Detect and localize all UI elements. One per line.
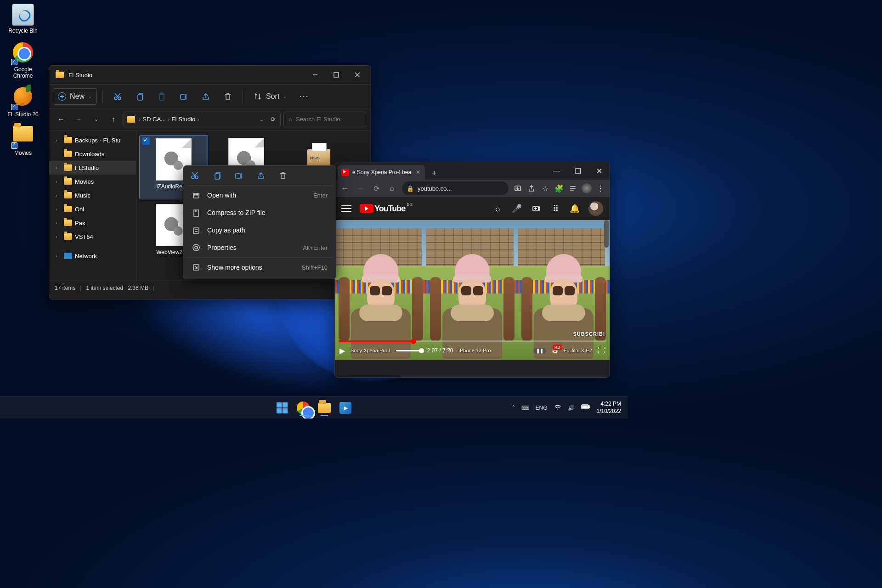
cut-button[interactable] xyxy=(190,170,200,181)
search-icon[interactable]: ⌕ xyxy=(492,203,503,214)
refresh-button[interactable]: ⟳ xyxy=(269,116,277,123)
tab-bar[interactable]: e Sony Xperia Pro-I bea ✕ + — ☐ ✕ xyxy=(335,162,610,180)
tree-item[interactable]: ›Backups - FL Stu xyxy=(49,133,136,147)
share-icon xyxy=(201,92,210,101)
tree-item[interactable]: ›Movies xyxy=(49,175,136,188)
menu-button[interactable]: ⋮ xyxy=(594,182,607,195)
recent-button[interactable]: ⌄ xyxy=(89,112,103,127)
avatar[interactable] xyxy=(588,201,603,216)
bookmark-button[interactable]: ☆ xyxy=(539,182,552,195)
up-button[interactable]: ↑ xyxy=(106,112,121,127)
close-button[interactable]: ✕ xyxy=(588,162,610,180)
taskbar: ▶ ˄ ⌨ ENG 🔊 4:22 PM 1/10/2022 xyxy=(0,396,628,418)
breadcrumb[interactable]: SD CA... xyxy=(142,116,166,123)
flstudio-icon xyxy=(12,87,34,109)
tray-overflow-button[interactable]: ˄ xyxy=(512,405,515,411)
share-button[interactable] xyxy=(525,182,538,195)
close-button[interactable] xyxy=(347,66,368,84)
minimize-button[interactable] xyxy=(305,66,326,84)
clock[interactable]: 4:22 PM 1/10/2022 xyxy=(597,401,621,415)
sort-button[interactable]: Sort ⌄ xyxy=(249,88,291,105)
taskbar-chrome[interactable] xyxy=(294,399,312,417)
chevron-down-icon[interactable]: ⌄ xyxy=(256,116,267,123)
settings-button[interactable]: ⚙HD xyxy=(552,346,558,355)
profile-button[interactable] xyxy=(580,182,593,195)
chrome-window: e Sony Xperia Pro-I bea ✕ + — ☐ ✕ ← → ⟳ … xyxy=(334,162,610,378)
menu-item-properties[interactable]: Properties Alt+Enter xyxy=(186,239,333,256)
rename-button[interactable] xyxy=(175,88,193,105)
autoplay-toggle[interactable]: ❚❚ xyxy=(533,348,546,354)
tree-item-network[interactable]: ›Network xyxy=(49,249,136,263)
wifi-icon[interactable] xyxy=(554,403,561,412)
browser-tab[interactable]: e Sony Xperia Pro-I bea ✕ xyxy=(338,165,425,180)
share-button[interactable] xyxy=(256,170,266,181)
create-icon[interactable] xyxy=(531,203,542,214)
desktop-icon-recycle-bin[interactable]: Recycle Bin xyxy=(5,4,41,34)
menu-item-copy-path[interactable]: Copy as path xyxy=(186,221,333,239)
tab-close-button[interactable]: ✕ xyxy=(415,169,421,175)
volume-icon[interactable]: 🔊 xyxy=(568,405,575,411)
desktop-icon-flstudio[interactable]: FL Studio 20 xyxy=(5,87,41,118)
menu-item-compress[interactable]: Compress to ZIP file xyxy=(186,204,333,221)
breadcrumb[interactable]: FLStudio xyxy=(171,116,195,123)
divider xyxy=(102,90,103,103)
notifications-icon[interactable]: 🔔 xyxy=(569,203,580,214)
tree-item[interactable]: ›Music xyxy=(49,188,136,202)
home-button[interactable]: ⌂ xyxy=(384,181,399,196)
taskbar-explorer[interactable] xyxy=(315,399,334,417)
new-button[interactable]: New ⌄ xyxy=(53,88,97,105)
reload-button[interactable]: ⟳ xyxy=(369,181,384,196)
cut-button[interactable] xyxy=(108,88,127,105)
language-indicator[interactable]: ENG xyxy=(536,405,548,411)
maximize-button[interactable] xyxy=(326,66,347,84)
new-tab-button[interactable]: + xyxy=(428,167,441,180)
back-button[interactable]: ← xyxy=(54,112,68,127)
copy-button[interactable] xyxy=(212,170,222,181)
desktop-icon-chrome[interactable]: Google Chrome xyxy=(5,42,41,79)
volume-slider[interactable] xyxy=(396,350,422,351)
minimize-button[interactable]: — xyxy=(546,162,567,180)
svg-rect-11 xyxy=(181,95,185,99)
forward-button[interactable]: → xyxy=(353,181,368,196)
fullscreen-button[interactable]: ⛶ xyxy=(598,346,605,355)
tree-item[interactable]: Downloads xyxy=(49,147,136,161)
extensions-button[interactable]: 🧩 xyxy=(553,182,565,195)
taskbar-media[interactable]: ▶ xyxy=(336,399,355,417)
search-box[interactable]: ⌕ Search FLStudio xyxy=(283,112,366,127)
menu-item-open-with[interactable]: Open with Enter xyxy=(186,187,333,204)
paste-button[interactable] xyxy=(153,88,171,105)
play-button[interactable]: ▶ xyxy=(339,346,345,355)
delete-button[interactable] xyxy=(219,88,237,105)
folder-icon xyxy=(64,151,72,157)
share-button[interactable] xyxy=(197,88,215,105)
youtube-menu-button[interactable] xyxy=(341,205,351,212)
start-button[interactable] xyxy=(273,399,291,417)
scrollbar[interactable] xyxy=(604,220,609,248)
expand-icon xyxy=(192,263,201,272)
install-app-button[interactable] xyxy=(511,182,524,195)
video-player[interactable]: SUBSCRIBI ▶ Sony Xperia Pro-I 2:07 / 7:2… xyxy=(335,220,610,360)
maximize-button[interactable]: ☐ xyxy=(567,162,588,180)
tree-item[interactable]: ›Oni xyxy=(49,202,136,216)
back-button[interactable]: ← xyxy=(338,181,352,196)
voice-search-icon[interactable]: 🎤 xyxy=(511,203,522,214)
keyboard-icon[interactable]: ⌨ xyxy=(521,405,529,411)
navigation-tree[interactable]: ›Backups - FL Stu Downloads ›FLStudio ›M… xyxy=(49,130,136,281)
forward-button[interactable]: → xyxy=(71,112,86,127)
tree-item[interactable]: ›Pax xyxy=(49,216,136,230)
more-button[interactable]: ··· xyxy=(295,88,313,105)
apps-icon[interactable]: ⠿ xyxy=(550,203,561,214)
menu-item-show-more[interactable]: Show more options Shift+F10 xyxy=(186,259,333,276)
address-bar[interactable]: › SD CA... › FLStudio › ⌄ ⟳ xyxy=(124,112,281,127)
copy-button[interactable] xyxy=(130,88,149,105)
reading-list-button[interactable] xyxy=(566,182,579,195)
delete-button[interactable] xyxy=(278,170,288,181)
tree-item[interactable]: ›FLStudio xyxy=(49,161,136,175)
youtube-logo[interactable]: YouTube BG xyxy=(360,204,405,214)
tree-item[interactable]: ›VST64 xyxy=(49,230,136,243)
desktop-icon-movies[interactable]: Movies xyxy=(5,126,41,156)
rename-button[interactable] xyxy=(234,170,244,181)
battery-icon[interactable] xyxy=(581,404,590,411)
omnibox[interactable]: 🔒 youtube.co... xyxy=(402,181,509,195)
titlebar[interactable]: FLStudio xyxy=(49,66,371,84)
